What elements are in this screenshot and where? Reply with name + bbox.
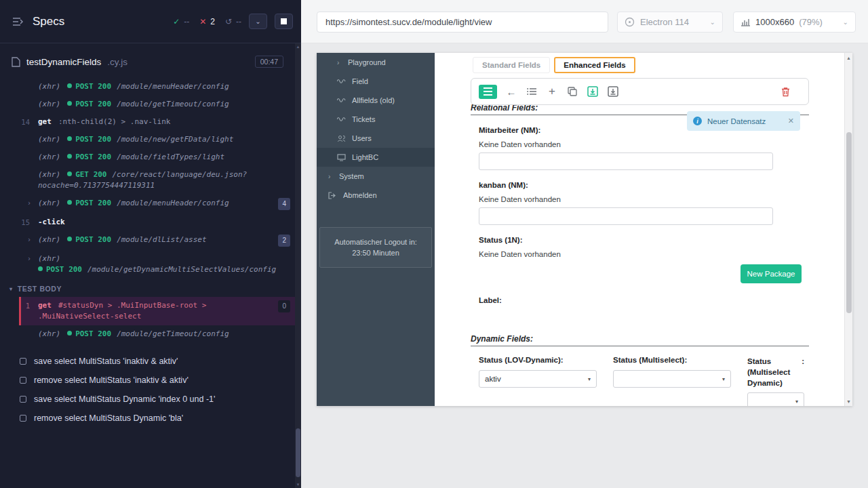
mitarbeiter-input[interactable] <box>479 152 773 170</box>
back-icon[interactable]: ← <box>505 85 517 98</box>
pending-test-row[interactable]: remove select MultiStatus 'inaktiv & akt… <box>0 371 301 390</box>
status-dot <box>67 83 72 88</box>
log-entry-xhr[interactable]: (xhr)POST 200/module/getTimeout/config <box>0 96 301 113</box>
chevron-down-icon: ⌄ <box>710 18 715 26</box>
pending-test-row[interactable]: remove select MultiStatus Dynamic 'bla' <box>0 409 301 428</box>
add-icon[interactable]: + <box>546 85 558 98</box>
close-icon[interactable]: ✕ <box>788 117 794 125</box>
sidebar-item-system[interactable]: ›System <box>317 167 435 186</box>
chevron-right-icon: › <box>337 59 342 66</box>
count-badge: 2 <box>278 235 290 247</box>
count-badge: 4 <box>278 198 290 210</box>
sidebar-item-allfields[interactable]: Allfields (old) <box>317 91 435 110</box>
log-entry-xhr[interactable]: (xhr)POST 200/module/fieldTypes/light <box>0 148 301 166</box>
sidebar-item-abmelden[interactable]: Abmelden <box>317 186 435 205</box>
electron-icon <box>625 17 635 27</box>
status-multiselect-select[interactable]: ▾ <box>613 370 731 388</box>
caret-down-icon: ▾ <box>9 286 13 292</box>
tab-standard-fields[interactable]: Standard Fields <box>473 57 550 73</box>
url-input[interactable]: https://simontest.sucv.de/module/light/v… <box>317 12 608 33</box>
specs-menu-icon[interactable] <box>12 17 24 26</box>
check-icon: ✓ <box>173 17 180 26</box>
status-dot <box>67 136 72 141</box>
caret-down-icon: ▾ <box>795 399 798 405</box>
sidebar-item-tickets[interactable]: Tickets <box>317 110 435 129</box>
chevron-down-icon: ⌄ <box>843 18 848 26</box>
log-entry-xhr[interactable]: (xhr)POST 200/module/new/getFData/light <box>0 131 301 148</box>
spec-file-row[interactable]: testDynamicFields.cy.js 00:47 <box>0 52 301 71</box>
expand-chevron-icon[interactable]: › <box>27 198 31 209</box>
scrollbar-thumb[interactable] <box>296 428 300 477</box>
log-entry-xhr[interactable]: ›(xhr)POST 200/module/getDynamicMultiSel… <box>0 250 301 279</box>
save-icon[interactable] <box>587 85 599 98</box>
app-sidebar: ›Playground Field Allfields (old) Ticket… <box>317 53 435 406</box>
spec-file-icon <box>12 57 20 67</box>
log-entry-xhr[interactable]: (xhr)POST 200/module/menuHeader/config <box>0 78 301 96</box>
sidebar-item-users[interactable]: Users <box>317 129 435 148</box>
tab-enhanced-fields[interactable]: Enhanced Fields <box>554 57 635 73</box>
log-entry-xhr[interactable]: ›(xhr)POST 200/module/menuHeader/config … <box>0 195 301 214</box>
browser-label: Electron 114 <box>640 17 689 27</box>
chevron-right-icon: › <box>328 173 334 180</box>
status-multiselect-dynamic-select[interactable]: ▾ <box>747 392 804 406</box>
field-tabs: Standard Fields Enhanced Fields <box>473 57 844 73</box>
sidebar-item-playground[interactable]: ›Playground <box>317 53 435 72</box>
menu-button[interactable] <box>479 85 497 99</box>
scroll-down-icon[interactable]: ▼ <box>845 396 852 406</box>
sidebar-item-field[interactable]: Field <box>317 72 435 91</box>
reporter-header: Specs ✓-- ✕2 ↺-- ⌄ <box>0 0 301 43</box>
test-body-section[interactable]: ▾ TEST BODY <box>0 279 301 297</box>
count-badge: 0 <box>278 300 290 312</box>
section-divider <box>471 346 809 346</box>
scroll-up-icon[interactable]: ▲ <box>295 45 301 49</box>
logout-icon <box>328 192 338 199</box>
record-toolbar: ← + <box>471 78 809 105</box>
export-icon[interactable] <box>607 85 619 98</box>
kanban-input[interactable] <box>479 207 773 225</box>
stop-button[interactable] <box>275 14 293 29</box>
log-entry-command[interactable]: 15 -click <box>0 214 301 231</box>
browser-select[interactable]: Electron 114 ⌄ <box>617 12 723 33</box>
copy-icon[interactable] <box>566 85 578 98</box>
collapse-button[interactable]: ⌄ <box>249 14 267 29</box>
pending-tests: save select MultiStatus 'inaktiv & aktiv… <box>0 352 301 428</box>
label-label: Label: <box>479 296 844 304</box>
status-multiselect-label: Status (Multiselect): <box>613 356 731 364</box>
status-lov-select[interactable]: aktiv▾ <box>479 370 597 388</box>
status-1n-empty-text: Keine Daten vorhanden <box>479 250 844 258</box>
chevron-down-icon: ⌄ <box>255 18 260 25</box>
aut-background: ›Playground Field Allfields (old) Ticket… <box>301 43 868 488</box>
spec-duration: 00:47 <box>255 56 283 68</box>
dynamic-fields-heading: Dynamic Fields: <box>471 334 844 344</box>
scroll-down-icon[interactable]: ▼ <box>295 483 301 487</box>
status-dot <box>67 154 72 159</box>
test-block-icon <box>20 377 26 384</box>
status-dot <box>38 266 43 271</box>
expand-chevron-icon[interactable]: › <box>27 235 31 245</box>
notification-text: Neuer Datensatz <box>707 117 766 125</box>
status-dot <box>67 200 72 205</box>
log-entry-xhr[interactable]: (xhr)POST 200/module/getTimeout/config <box>0 325 301 343</box>
log-entry-command[interactable]: 14 get:nth-child(2) > .nav-link <box>0 113 301 131</box>
test-stats: ✓-- ✕2 ↺-- <box>173 17 241 26</box>
app-content: Standard Fields Enhanced Fields ← + <box>435 53 844 406</box>
log-entry-xhr[interactable]: ›(xhr)POST 200/module/dlList/asset 2 <box>0 231 301 250</box>
viewport-select[interactable]: 1000x660 (79%) ⌄ <box>733 12 856 33</box>
reporter-title: Specs <box>33 15 64 28</box>
users-icon <box>337 135 347 142</box>
pending-test-row[interactable]: save select MultiStatus 'inaktiv & aktiv… <box>0 352 301 371</box>
list-icon[interactable] <box>526 85 538 98</box>
scrollbar-thumb[interactable] <box>846 132 852 313</box>
new-package-button[interactable]: New Package <box>741 264 802 283</box>
status-dot <box>67 237 72 241</box>
sidebar-item-lightbc[interactable]: LightBC <box>317 148 435 167</box>
scroll-up-icon[interactable]: ▲ <box>845 53 852 62</box>
spec-ext: .cy.js <box>107 57 127 67</box>
pending-test-row[interactable]: save select MultiStatus Dynamic 'index 0… <box>0 390 301 409</box>
test-block-icon <box>20 358 26 365</box>
log-entry-xhr[interactable]: (xhr)GET 200/core/react/language/deu.jso… <box>0 166 301 195</box>
fail-icon: ✕ <box>199 17 206 26</box>
expand-chevron-icon[interactable]: › <box>27 253 31 264</box>
delete-icon[interactable] <box>779 85 791 98</box>
log-entry-command-active[interactable]: 1 get#statusDyn > .MuiInputBase-root > .… <box>19 297 301 325</box>
